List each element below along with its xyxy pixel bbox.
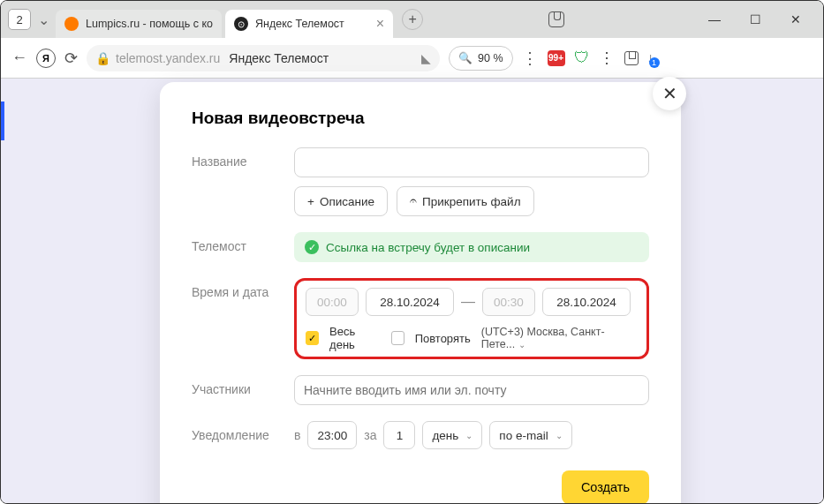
close-tab-icon[interactable]: × — [376, 16, 384, 32]
check-icon: ✓ — [305, 240, 319, 254]
all-day-label: Весь день — [329, 325, 380, 351]
tab-lumpics[interactable]: Lumpics.ru - помощь с ко — [56, 10, 222, 38]
shield-icon[interactable]: 🛡 — [574, 49, 590, 67]
label-notification: Уведомление — [192, 421, 294, 449]
tab-telemost[interactable]: ⊙ Яндекс Телемост × — [225, 10, 393, 38]
paperclip-icon: 𝄐 — [410, 194, 417, 208]
label-name: Название — [192, 147, 294, 216]
notif-unit-select[interactable]: день⌄ — [422, 421, 482, 449]
time-to-input[interactable]: 00:30 — [482, 288, 535, 316]
close-window-button[interactable]: ✕ — [788, 12, 804, 26]
tab-strip: 2 ⌄ Lumpics.ru - помощь с ко ⊙ Яндекс Те… — [1, 1, 823, 38]
collections-icon[interactable] — [548, 11, 564, 27]
chevron-down-icon: ⌄ — [465, 431, 472, 440]
tab-dropdown-icon[interactable]: ⌄ — [34, 11, 52, 28]
new-meeting-modal: ✕ Новая видеовстреча Название +Описание … — [160, 82, 681, 504]
favicon-telemost-icon: ⊙ — [234, 17, 248, 31]
address-bar: ← Я ⟳ 🔒 telemost.yandex.ru Яндекс Телемо… — [1, 38, 823, 79]
accent-strip — [1, 102, 4, 140]
create-button[interactable]: Создать — [562, 470, 649, 504]
date-to-input[interactable]: 28.10.2024 — [542, 288, 631, 316]
notif-qty-input[interactable]: 1 — [383, 421, 415, 449]
all-day-checkbox[interactable] — [306, 331, 319, 345]
more-menu-button[interactable]: ⋯ — [597, 49, 616, 66]
close-modal-button[interactable]: ✕ — [653, 77, 686, 110]
reload-button[interactable]: ⟳ — [64, 49, 78, 68]
modal-title: Новая видеовстреча — [192, 109, 649, 128]
downloads-button[interactable]: ↓1 — [647, 50, 654, 66]
tab-title: Яндекс Телемост — [255, 18, 344, 30]
page-menu-button[interactable]: ⋮ — [522, 49, 539, 68]
address-field[interactable]: 🔒 telemost.yandex.ru Яндекс Телемост ◣ — [87, 45, 440, 71]
maximize-button[interactable]: ☐ — [747, 12, 763, 26]
back-button[interactable]: ← — [11, 49, 27, 67]
extension-badge-icon[interactable]: 99+ — [548, 50, 565, 66]
bookmark-icon[interactable]: ◣ — [421, 51, 431, 65]
range-dash: — — [461, 294, 475, 310]
chevron-down-icon: ⌄ — [556, 431, 563, 440]
search-icon: 🔍 — [458, 51, 472, 64]
lock-icon: 🔒 — [95, 51, 110, 65]
meeting-name-input[interactable] — [294, 147, 649, 177]
label-participants: Участники — [192, 375, 294, 405]
plus-icon: + — [307, 195, 314, 208]
new-tab-button[interactable]: + — [402, 9, 423, 30]
content-area: ✕ Новая видеовстреча Название +Описание … — [1, 79, 823, 503]
notif-method-select[interactable]: по e-mail⌄ — [489, 421, 571, 449]
link-info-banner: ✓ Ссылка на встречу будет в описании — [294, 232, 649, 262]
add-description-button[interactable]: +Описание — [294, 186, 388, 216]
date-from-input[interactable]: 28.10.2024 — [366, 288, 454, 316]
attach-file-button[interactable]: 𝄐Прикрепить файл — [397, 186, 534, 216]
zoom-indicator[interactable]: 🔍 90 % — [449, 46, 513, 71]
chevron-down-icon: ⌄ — [518, 340, 525, 350]
repeat-label: Повторять — [415, 332, 471, 345]
yandex-home-icon[interactable]: Я — [36, 49, 56, 68]
time-from-input[interactable]: 00:00 — [306, 288, 359, 316]
timezone-selector[interactable]: (UTC+3) Москва, Санкт-Пете... ⌄ — [481, 326, 638, 350]
minimize-button[interactable]: — — [707, 12, 722, 26]
notif-time-input[interactable]: 23:00 — [307, 421, 357, 449]
label-datetime: Время и дата — [192, 278, 294, 359]
repeat-checkbox[interactable] — [391, 331, 404, 345]
tab-title: Lumpics.ru - помощь с ко — [86, 18, 213, 30]
participants-input[interactable] — [294, 375, 649, 405]
datetime-highlight: 00:00 28.10.2024 — 00:30 28.10.2024 Весь… — [294, 278, 649, 359]
page-title: Яндекс Телемост — [229, 51, 329, 65]
favicon-lumpics-icon — [64, 17, 79, 31]
url-domain: telemost.yandex.ru — [116, 51, 220, 65]
label-telemost: Телемост — [192, 232, 294, 262]
sidebar-toggle-icon[interactable] — [624, 51, 639, 65]
tab-count-button[interactable]: 2 — [8, 9, 31, 30]
